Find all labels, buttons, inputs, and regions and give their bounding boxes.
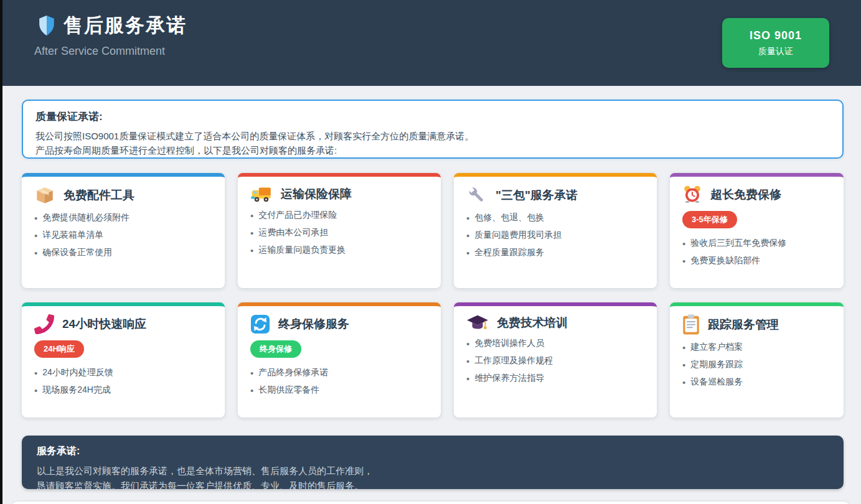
card-bullet-list: 免费培训操作人员 工作原理及操作规程 维护保养方法指导	[466, 338, 644, 384]
card-title: 免费配件工具	[64, 187, 134, 203]
footer-title: 服务承诺:	[37, 445, 829, 458]
warranty-badge: 3-5年保修	[682, 211, 737, 228]
card-free-training: 免费技术培训 免费培训操作人员 工作原理及操作规程 维护保养方法指导	[454, 302, 657, 418]
next-section-partial	[11, 502, 850, 504]
package-icon	[34, 185, 55, 206]
card-title: 运输保险保障	[281, 186, 352, 202]
card-24h-response: 24小时快速响应 24H响应 24小时内处理反馈 现场服务24H完成	[22, 302, 225, 418]
card-bullet: 详见装箱单清单	[34, 230, 212, 241]
alarm-clock-icon	[682, 185, 702, 205]
card-bullet-list: 产品终身保修承诺 长期供应零备件	[250, 367, 428, 396]
card-bullet: 工作原理及操作规程	[466, 355, 644, 366]
card-bullet: 现场服务24H完成	[34, 385, 212, 396]
card-bullet: 全程质量跟踪服务	[466, 247, 644, 258]
footer-line1: 以上是我公司对顾客的服务承诺，也是全体市场营销、售后服务人员的工作准则，	[37, 464, 829, 478]
card-bullet: 验收后三到五年免费保修	[682, 238, 831, 249]
service-commitment-panel: 服务承诺: 以上是我公司对顾客的服务承诺，也是全体市场营销、售后服务人员的工作准…	[22, 436, 844, 489]
quality-panel-line1: 我公司按照ISO9001质量保证模式建立了适合本公司的质量保证体系，对顾客实行全…	[35, 129, 830, 143]
card-bullet-list: 建立客户档案 定期服务跟踪 设备巡检服务	[682, 342, 831, 388]
graduation-cap-icon	[466, 314, 489, 332]
card-tracking-service: 跟踪服务管理 建立客户档案 定期服务跟踪 设备巡检服务	[670, 302, 844, 418]
response-badge: 24H响应	[34, 340, 84, 358]
lifetime-badge: 终身保修	[250, 340, 301, 358]
clipboard-icon	[682, 314, 700, 335]
iso-badge-subtitle: 质量认证	[758, 46, 793, 57]
card-bullet-list: 验收后三到五年免费保修 免费更换缺陷部件	[682, 238, 831, 266]
footer-line2: 恳请顾客监督实施。我们承诺为每一位客户提供优质、专业、及时的售后服务。	[37, 478, 829, 493]
card-bullet: 设备巡检服务	[682, 376, 831, 388]
card-bullet-list: 24小时内处理反馈 现场服务24H完成	[34, 367, 212, 396]
card-title: "三包"服务承诺	[496, 187, 578, 203]
card-bullet: 运费由本公司承担	[250, 227, 428, 238]
card-bullet: 运输质量问题负责更换	[250, 245, 428, 256]
card-bullet: 免费提供随机必须附件	[34, 212, 212, 223]
truck-icon	[250, 185, 273, 203]
quality-panel-line2: 产品按寿命周期质量环进行全过程控制，以下是我公司对顾客的服务承诺:	[35, 143, 830, 157]
card-three-guarantees: "三包"服务承诺 包修、包退、包换 质量问题费用我司承担 全程质量跟踪服务	[454, 173, 657, 288]
card-bullet: 包修、包退、包换	[466, 212, 644, 223]
wrench-icon	[466, 185, 487, 206]
quality-panel-title: 质量保证承诺:	[35, 110, 830, 124]
card-bullet: 质量问题费用我司承担	[466, 230, 644, 241]
card-lifetime-warranty: 终身保修服务 终身保修 产品终身保修承诺 长期供应零备件	[238, 302, 441, 418]
service-cards-grid: 免费配件工具 免费提供随机必须附件 详见装箱单清单 确保设备正常使用	[22, 173, 844, 418]
card-title: 超长免费保修	[710, 187, 781, 203]
card-extended-warranty: 超长免费保修 3-5年保修 验收后三到五年免费保修 免费更换缺陷部件	[670, 173, 844, 288]
refresh-icon	[250, 314, 270, 334]
phone-icon	[34, 314, 54, 334]
shield-icon	[39, 16, 55, 35]
card-bullet-list: 免费提供随机必须附件 详见装箱单清单 确保设备正常使用	[34, 212, 212, 258]
card-bullet: 维护保养方法指导	[466, 373, 644, 384]
card-bullet: 确保设备正常使用	[34, 247, 212, 258]
card-bullet: 24小时内处理反馈	[34, 367, 212, 378]
card-free-accessories: 免费配件工具 免费提供随机必须附件 详见装箱单清单 确保设备正常使用	[22, 173, 225, 288]
card-bullet-list: 交付产品已办理保险 运费由本公司承担 运输质量问题负责更换	[250, 210, 428, 256]
card-transport-insurance: 运输保险保障 交付产品已办理保险 运费由本公司承担 运输质量问题负责更换	[238, 173, 441, 288]
iso-certification-badge: ISO 9001 质量认证	[722, 18, 829, 68]
card-title: 24小时快速响应	[62, 316, 146, 332]
card-bullet: 定期服务跟踪	[682, 359, 831, 370]
page-title: 售后服务承诺	[64, 12, 187, 39]
screen-left-edge	[0, 0, 2, 504]
card-bullet: 交付产品已办理保险	[250, 210, 428, 221]
card-bullet: 产品终身保修承诺	[250, 367, 428, 378]
card-title: 跟踪服务管理	[708, 317, 779, 333]
card-bullet: 免费培训操作人员	[466, 338, 644, 349]
card-bullet-list: 包修、包退、包换 质量问题费用我司承担 全程质量跟踪服务	[466, 212, 644, 258]
card-bullet: 免费更换缺陷部件	[682, 255, 831, 266]
page-header: 售后服务承诺 After Service Commitment ISO 9001…	[0, 0, 861, 86]
card-title: 免费技术培训	[497, 315, 568, 331]
card-title: 终身保修服务	[278, 316, 349, 332]
quality-guarantee-panel: 质量保证承诺: 我公司按照ISO9001质量保证模式建立了适合本公司的质量保证体…	[22, 100, 844, 159]
card-bullet: 建立客户档案	[682, 342, 831, 353]
iso-badge-title: ISO 9001	[750, 29, 802, 42]
card-bullet: 长期供应零备件	[250, 385, 428, 396]
